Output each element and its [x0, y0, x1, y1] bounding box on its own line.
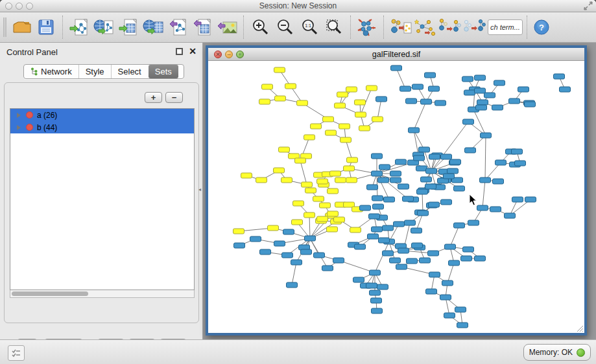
graph-node[interactable] — [337, 92, 348, 97]
graph-node[interactable] — [405, 220, 416, 225]
graph-node[interactable] — [425, 73, 436, 78]
graph-node[interactable] — [407, 258, 418, 264]
graph-node[interactable] — [285, 84, 296, 89]
graph-node[interactable] — [305, 188, 316, 193]
scrollbar-thumb[interactable] — [12, 291, 88, 296]
graph-node[interactable] — [442, 280, 453, 286]
graph-node[interactable] — [416, 166, 427, 171]
graph-node[interactable] — [283, 229, 294, 234]
graph-node[interactable] — [477, 100, 488, 105]
graph-node[interactable] — [274, 241, 285, 246]
graph-node[interactable] — [301, 249, 312, 255]
graph-node[interactable] — [241, 173, 252, 178]
graph-edge[interactable] — [485, 135, 486, 180]
select-first-neighbors-button[interactable] — [412, 15, 437, 40]
graph-node[interactable] — [455, 307, 466, 312]
graph-node[interactable] — [372, 227, 383, 232]
graph-node[interactable] — [417, 189, 428, 194]
graph-node[interactable] — [372, 154, 383, 159]
graph-node[interactable] — [450, 159, 461, 165]
graph-node[interactable] — [323, 117, 334, 122]
graph-node[interactable] — [418, 210, 429, 216]
network-canvas[interactable] — [211, 62, 581, 332]
graph-node[interactable] — [426, 289, 437, 294]
graph-edge[interactable] — [346, 140, 352, 160]
graph-node[interactable] — [425, 184, 436, 189]
graph-node[interactable] — [314, 253, 325, 258]
graph-edge[interactable] — [300, 161, 307, 185]
graph-edge[interactable] — [447, 263, 454, 283]
graph-node[interactable] — [398, 248, 409, 253]
save-session-button[interactable] — [34, 15, 58, 40]
graph-node[interactable] — [377, 284, 388, 290]
export-image-button[interactable] — [215, 15, 239, 40]
tab-sets[interactable]: Sets — [149, 65, 178, 78]
graph-node[interactable] — [274, 67, 285, 73]
graph-node[interactable] — [355, 112, 366, 117]
graph-node[interactable] — [396, 264, 407, 269]
graph-node[interactable] — [275, 96, 286, 101]
graph-node[interactable] — [447, 168, 459, 174]
zoom-selected-region-button[interactable] — [322, 15, 346, 40]
graph-node[interactable] — [481, 133, 492, 138]
graph-node[interactable] — [412, 243, 423, 248]
close-panel-icon[interactable]: ✕ — [189, 47, 197, 56]
graph-node[interactable] — [366, 283, 377, 288]
graph-node[interactable] — [359, 126, 370, 131]
graph-node[interactable] — [335, 177, 346, 183]
graph-node[interactable] — [429, 202, 440, 207]
graph-node[interactable] — [390, 177, 401, 183]
graph-edge[interactable] — [377, 99, 381, 119]
network-canvas-container[interactable] — [208, 61, 584, 333]
graph-node[interactable] — [457, 323, 468, 328]
graph-node[interactable] — [391, 65, 402, 71]
graph-node[interactable] — [475, 88, 486, 93]
graph-node[interactable] — [330, 171, 341, 176]
graph-node[interactable] — [234, 243, 245, 248]
sets-horizontal-scrollbar[interactable] — [10, 290, 195, 298]
graph-node[interactable] — [292, 220, 303, 225]
graph-node[interactable] — [515, 161, 526, 166]
graph-node[interactable] — [262, 84, 273, 89]
zoom-in-button[interactable] — [248, 15, 272, 40]
graph-node[interactable] — [339, 124, 350, 129]
graph-node[interactable] — [411, 228, 422, 233]
graph-node[interactable] — [334, 217, 345, 222]
import-table-file-button[interactable] — [116, 15, 141, 40]
graph-node[interactable] — [291, 260, 302, 265]
import-network-file-button[interactable] — [67, 15, 91, 40]
graph-node[interactable] — [326, 130, 337, 135]
graph-node[interactable] — [509, 98, 520, 104]
graph-node[interactable] — [421, 177, 432, 182]
graph-node[interactable] — [400, 86, 411, 91]
remove-set-button[interactable]: − — [165, 92, 183, 103]
network-frame-titlebar[interactable]: ✕ – + galFiltered.sif — [208, 48, 584, 61]
graph-node[interactable] — [355, 100, 366, 105]
graph-node[interactable] — [328, 188, 339, 194]
graph-node[interactable] — [560, 87, 571, 92]
graph-node[interactable] — [414, 155, 425, 161]
graph-node[interactable] — [495, 160, 507, 165]
graph-node[interactable] — [398, 184, 409, 189]
graph-node[interactable] — [297, 100, 308, 106]
hide-selected-button[interactable] — [437, 15, 462, 40]
resize-grip-icon[interactable] — [576, 324, 584, 332]
zoom-out-button[interactable] — [272, 15, 297, 40]
graph-node[interactable] — [505, 213, 516, 218]
graph-node[interactable] — [295, 158, 306, 163]
graph-edge[interactable] — [292, 262, 296, 285]
graph-node[interactable] — [233, 229, 244, 234]
import-network-web-button[interactable] — [91, 15, 116, 40]
graph-node[interactable] — [256, 177, 267, 183]
graph-node[interactable] — [462, 76, 473, 82]
graph-node[interactable] — [468, 220, 479, 225]
graph-node[interactable] — [378, 177, 389, 183]
graph-node[interactable] — [287, 282, 298, 288]
graph-edge[interactable] — [414, 102, 426, 130]
graph-node[interactable] — [445, 244, 456, 249]
graph-edge[interactable] — [309, 215, 310, 238]
graph-node[interactable] — [477, 205, 488, 210]
graph-node[interactable] — [463, 247, 474, 252]
show-all-button[interactable] — [462, 15, 486, 40]
graph-node[interactable] — [441, 154, 452, 159]
